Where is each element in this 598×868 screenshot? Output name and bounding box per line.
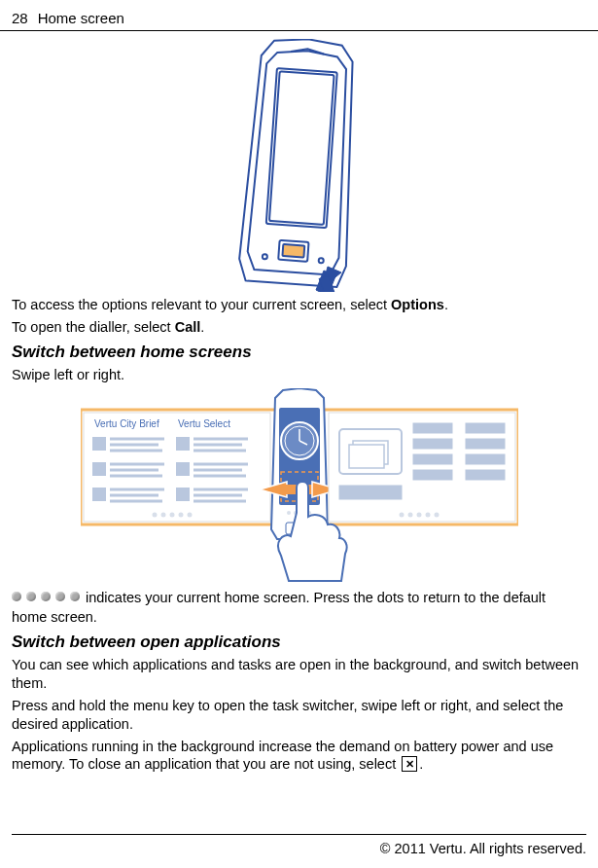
svg-rect-30 [176, 488, 190, 501]
svg-rect-65 [339, 486, 402, 499]
widget2-title: Vertu Select [178, 418, 230, 429]
svg-point-36 [169, 512, 174, 517]
para-apps-3: Applications running in the background i… [12, 738, 586, 775]
call-bold: Call [175, 319, 201, 335]
svg-rect-1 [268, 71, 334, 225]
page-header: 28 Home screen [0, 0, 598, 31]
para-dialler-prefix: To open the dialler, select [12, 319, 175, 335]
phone-illustration-top [12, 39, 586, 292]
dot-icon [55, 592, 65, 601]
svg-point-67 [407, 512, 412, 517]
svg-rect-58 [413, 439, 452, 449]
svg-point-38 [187, 512, 192, 517]
para-apps-3-prefix: Applications running in the background i… [12, 739, 553, 773]
svg-rect-64 [466, 470, 505, 480]
page-footer: © 2011 Vertu. All rights reserved. [12, 834, 586, 856]
svg-point-35 [160, 512, 165, 517]
svg-point-70 [434, 512, 439, 517]
svg-rect-61 [466, 423, 505, 433]
page-number: 28 [12, 10, 28, 26]
para-swipe: Swipe left or right. [12, 366, 586, 384]
svg-rect-26 [176, 462, 190, 476]
svg-point-66 [399, 512, 404, 517]
subhead-switch-apps: Switch between open applications [12, 633, 586, 652]
svg-rect-59 [413, 454, 452, 464]
dot-icon [70, 592, 80, 601]
svg-point-68 [416, 512, 421, 517]
svg-point-45 [287, 511, 291, 515]
page-section-title: Home screen [38, 10, 124, 26]
close-icon: ✕ [402, 756, 417, 772]
home-screen-dots-icon [12, 589, 80, 601]
options-bold: Options [391, 297, 444, 312]
svg-rect-62 [466, 439, 505, 449]
page-content: To access the options relevant to your c… [0, 39, 598, 774]
svg-rect-63 [466, 454, 505, 464]
dot-icon [26, 592, 36, 601]
indicator-text-1: indicates your current home screen. Pres… [86, 589, 545, 607]
svg-rect-56 [349, 445, 384, 468]
para-options: To access the options relevant to your c… [12, 296, 586, 314]
swipe-svg: Vertu City Brief Vertu Select [81, 388, 518, 583]
copyright-text: © 2011 Vertu. All rights reserved. [380, 841, 586, 856]
svg-point-34 [152, 512, 157, 517]
para-apps-1: You can see which applications and tasks… [12, 656, 586, 693]
para-dialler: To open the dialler, select Call. [12, 318, 586, 337]
para-apps-2: Press and hold the menu key to open the … [12, 697, 586, 734]
svg-point-37 [178, 512, 183, 517]
swipe-illustration: Vertu City Brief Vertu Select [12, 388, 586, 583]
svg-rect-60 [413, 470, 452, 480]
subhead-switch-home: Switch between home screens [12, 343, 586, 362]
para-options-prefix: To access the options relevant to your c… [12, 297, 391, 312]
svg-rect-5 [282, 244, 304, 258]
para-dialler-suffix: . [200, 319, 204, 335]
para-options-suffix: . [444, 297, 448, 312]
widget1-title: Vertu City Brief [94, 418, 159, 429]
svg-rect-10 [92, 437, 106, 451]
indicator-text-2: home screen. [12, 608, 586, 627]
svg-point-3 [318, 258, 323, 263]
dot-icon [12, 592, 21, 601]
svg-point-69 [425, 512, 430, 517]
svg-point-2 [262, 254, 266, 259]
indicator-paragraph: indicates your current home screen. Pres… [12, 589, 586, 607]
phone-outline-svg [227, 39, 372, 292]
svg-rect-57 [413, 423, 452, 433]
svg-rect-14 [92, 462, 106, 476]
para-apps-3-suffix: . [419, 756, 423, 772]
svg-rect-22 [176, 437, 190, 451]
dot-icon [41, 592, 51, 601]
svg-rect-18 [92, 488, 106, 501]
